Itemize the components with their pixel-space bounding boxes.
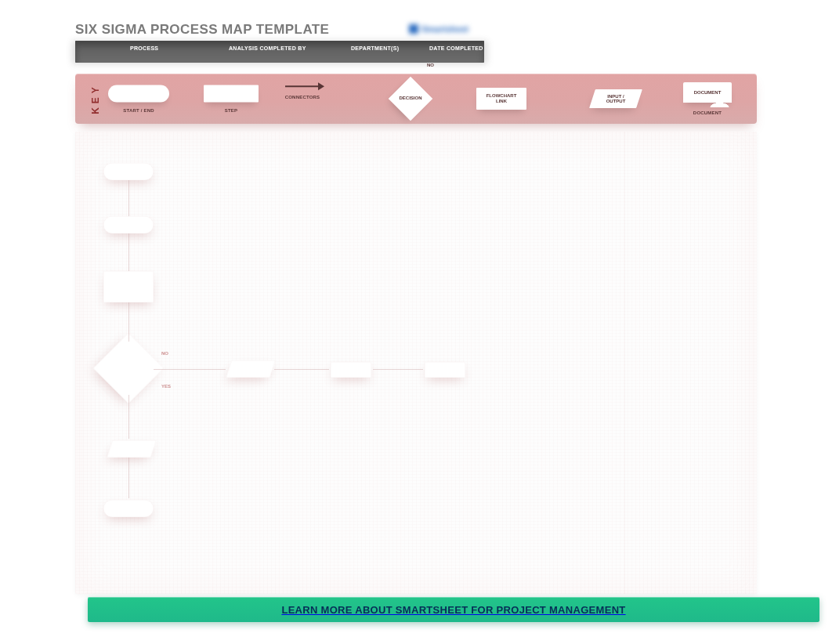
conn-v2 xyxy=(128,233,129,271)
key-label: KEY xyxy=(90,83,101,114)
conn-v4 xyxy=(128,395,129,439)
ghost-step-1 xyxy=(103,216,154,233)
decision-no-label: NO xyxy=(427,63,434,67)
col-process: PROCESS xyxy=(130,45,158,51)
key-flowchart: FLOWCHART LINK xyxy=(476,88,526,110)
key-document: DOCUMENT DOCUMENT xyxy=(683,82,732,115)
column-header-strip: PROCESS ANALYSIS COMPLETED BY DEPARTMENT… xyxy=(75,41,484,63)
startend-caption: START / END xyxy=(108,108,169,113)
io-shape: INPUT / OUTPUT xyxy=(589,89,642,108)
document-caption-2: DOCUMENT xyxy=(683,110,732,115)
ghost-step-2 xyxy=(103,271,154,302)
startend-shape xyxy=(108,85,169,103)
key-startend: START / END xyxy=(108,85,169,113)
step-caption: STEP xyxy=(204,108,259,113)
ghost-start xyxy=(103,163,154,180)
ghost-branch-3 xyxy=(425,362,465,378)
ghost-io xyxy=(107,440,156,458)
key-bar: KEY START / END STEP CONNECTORS DECISION… xyxy=(75,74,757,124)
ghost-branch-1 xyxy=(226,360,275,378)
brand-icon xyxy=(409,24,418,34)
conn-v1 xyxy=(128,180,129,216)
conn-h3 xyxy=(373,369,423,370)
key-connectors: CONNECTORS xyxy=(279,86,326,100)
document-shape: DOCUMENT xyxy=(683,82,732,103)
flowchart-shape: FLOWCHART LINK xyxy=(476,88,526,110)
flowchart-caption: FLOWCHART LINK xyxy=(476,88,526,110)
ghost-branch-2 xyxy=(331,362,371,378)
decision-caption: DECISION xyxy=(399,96,421,100)
brand-text: Smartsheet xyxy=(421,24,468,34)
col-departments: DEPARTMENT(S) xyxy=(351,45,399,51)
cta-learn-more[interactable]: LEARN MORE ABOUT SMARTSHEET FOR PROJECT … xyxy=(88,597,819,622)
connectors-caption: CONNECTORS xyxy=(279,95,326,99)
ghost-yes-label: YES xyxy=(161,384,171,389)
conn-v5 xyxy=(128,458,129,498)
step-shape xyxy=(204,85,259,103)
col-analysis-by: ANALYSIS COMPLETED BY xyxy=(229,45,306,51)
conn-h2 xyxy=(274,369,329,370)
process-canvas: NO YES xyxy=(75,132,757,594)
ghost-end xyxy=(103,500,154,517)
conn-v3 xyxy=(128,302,129,342)
connectors-shape xyxy=(279,86,326,88)
document-caption: DOCUMENT xyxy=(683,82,732,103)
io-caption: INPUT / OUTPUT xyxy=(592,89,639,108)
ghost-no-label: NO xyxy=(161,351,168,356)
page-title: SIX SIGMA PROCESS MAP TEMPLATE xyxy=(75,22,329,38)
key-step: STEP xyxy=(204,85,259,113)
conn-h1 xyxy=(154,369,226,370)
brand-mark: Smartsheet xyxy=(409,24,487,34)
key-decision: DECISION NO YES xyxy=(387,75,434,122)
col-date-completed: DATE COMPLETED xyxy=(429,45,483,51)
key-io: INPUT / OUTPUT xyxy=(592,89,639,108)
cta-label: LEARN MORE ABOUT SMARTSHEET FOR PROJECT … xyxy=(281,604,625,616)
